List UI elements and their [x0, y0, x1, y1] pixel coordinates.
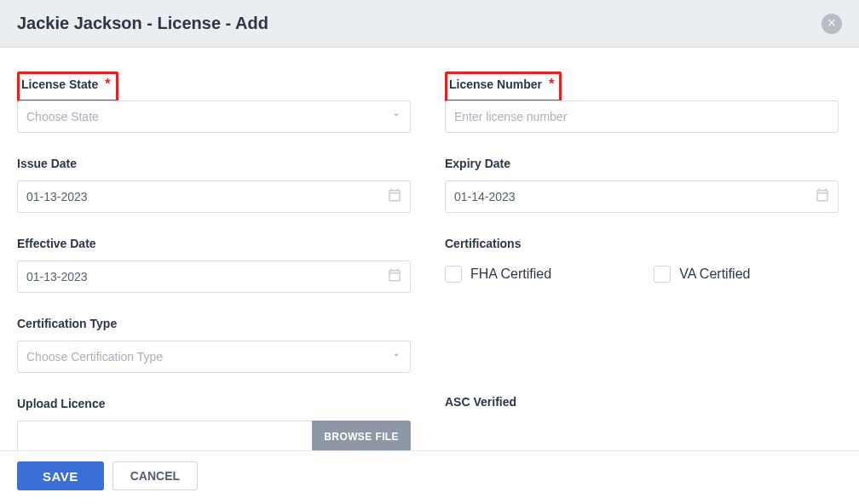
license-state-label-highlight: License State*: [17, 72, 118, 102]
upload-licence-label: Upload Licence: [17, 395, 108, 415]
effective-date-input[interactable]: [17, 261, 411, 293]
close-icon: [827, 17, 837, 30]
fha-certified-label: FHA Certified: [470, 266, 551, 282]
issue-date-label: Issue Date: [17, 155, 80, 175]
expiry-date-label: Expiry Date: [445, 155, 514, 175]
expiry-date-input[interactable]: [445, 180, 839, 213]
license-number-label-highlight: License Number*: [445, 72, 562, 102]
license-state-label: License State: [21, 76, 101, 96]
va-certified-label: VA Certified: [679, 266, 750, 282]
certification-type-label: Certification Type: [17, 315, 120, 335]
cancel-button[interactable]: CANCEL: [112, 461, 198, 490]
effective-date-label: Effective Date: [17, 235, 100, 255]
form-body: License State* License Number* Issue Dat…: [0, 48, 859, 480]
required-marker: *: [549, 77, 554, 91]
required-marker: *: [105, 77, 110, 91]
page-title: Jackie Jackson - License - Add: [17, 14, 268, 33]
certifications-label: Certifications: [445, 235, 524, 255]
license-state-select[interactable]: [17, 100, 411, 133]
modal-footer: SAVE CANCEL: [0, 450, 859, 504]
fha-certified-checkbox[interactable]: [445, 266, 462, 283]
license-number-input[interactable]: [445, 100, 839, 133]
asc-verified-label: ASC Verified: [445, 392, 839, 409]
certification-type-select[interactable]: [17, 341, 411, 373]
va-certified-checkbox[interactable]: [654, 266, 671, 283]
close-button[interactable]: [822, 14, 842, 34]
browse-file-button[interactable]: BROWSE FILE: [312, 421, 411, 453]
license-number-label: License Number: [449, 76, 545, 96]
issue-date-input[interactable]: [17, 180, 411, 213]
save-button[interactable]: SAVE: [17, 461, 104, 490]
upload-licence-input[interactable]: [17, 421, 312, 453]
modal-header: Jackie Jackson - License - Add: [0, 0, 859, 48]
